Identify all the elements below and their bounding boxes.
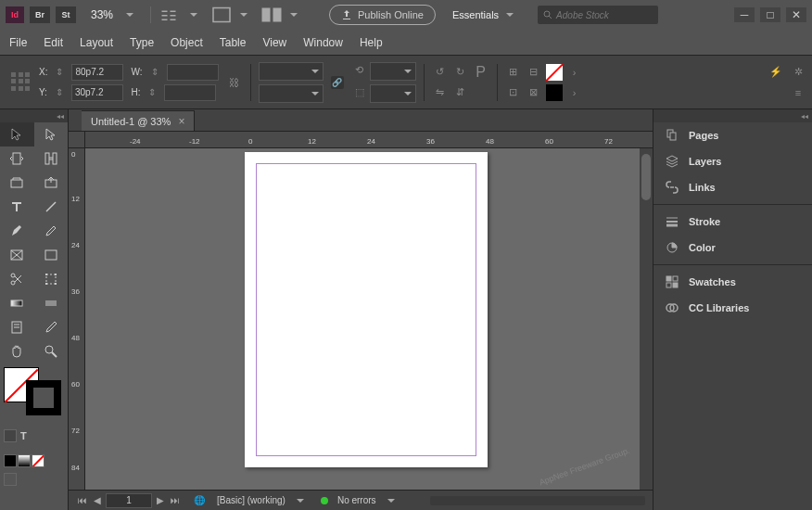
paragraph-style-status[interactable]: [Basic] (working) [217,495,285,505]
chevron-down-icon[interactable] [387,499,395,503]
toolbox-collapse[interactable]: ◂◂ [0,109,68,122]
next-page-button[interactable]: ▶ [154,494,167,507]
document-page[interactable] [245,152,488,467]
open-panel-icon[interactable]: 🌐 [191,492,208,509]
chevron-down-icon[interactable] [126,13,133,17]
scale-x-field[interactable] [259,62,324,81]
content-collector-tool[interactable] [0,171,34,195]
close-button[interactable]: ✕ [786,7,806,22]
pen-tool[interactable] [0,219,34,243]
menu-object[interactable]: Object [171,36,203,49]
rectangle-frame-tool[interactable] [0,243,34,267]
last-page-button[interactable]: ⏭ [169,494,182,507]
view-mode-normal[interactable] [4,473,17,486]
flip-h-icon[interactable]: ⇋ [432,84,449,101]
menu-table[interactable]: Table [220,36,247,49]
bridge-button[interactable]: Br [30,6,50,23]
eyedropper-tool[interactable] [34,315,69,339]
scroll-thumb[interactable] [641,154,651,200]
panel-layers[interactable]: Layers [653,148,812,174]
w-input[interactable] [167,64,219,81]
panel-cc-libraries[interactable]: CC Libraries [653,295,812,321]
stepper-icon[interactable]: ⇕ [146,64,163,81]
screen-mode-icon[interactable] [210,6,233,23]
view-options-icon[interactable] [160,6,183,23]
line-tool[interactable] [34,195,69,219]
pencil-tool[interactable] [34,219,69,243]
note-tool[interactable] [0,315,34,339]
rotate-ccw-icon[interactable]: ↺ [432,64,449,81]
panel-color[interactable]: Color [653,235,812,261]
workspace-switcher[interactable]: Essentials [452,9,499,20]
chevron-down-icon[interactable] [506,13,514,17]
ruler-origin[interactable] [69,132,85,148]
chevron-down-icon[interactable] [290,13,298,17]
chevron-down-icon[interactable] [297,499,304,503]
zoom-tool[interactable] [34,339,69,363]
close-tab-icon[interactable]: × [178,115,184,128]
panel-collapse[interactable]: ◂◂ [653,109,812,122]
vertical-scrollbar[interactable] [640,148,653,490]
rectangle-tool[interactable] [34,243,69,267]
minimize-button[interactable]: ─ [734,7,755,22]
gradient-swatch-tool[interactable] [0,291,34,315]
format-container-icon[interactable] [4,429,17,442]
menu-window[interactable]: Window [303,36,343,49]
format-text-icon[interactable]: T [20,430,27,441]
fill-swatch[interactable] [546,64,563,81]
scissors-tool[interactable] [0,267,34,291]
page-number-input[interactable] [106,493,152,508]
chevron-down-icon[interactable] [240,13,247,17]
distribute-icon[interactable]: ⊡ [505,84,522,101]
menu-help[interactable]: Help [360,36,383,49]
distribute-icon[interactable]: ⊠ [526,84,542,101]
horizontal-scrollbar[interactable] [430,496,645,505]
hand-tool[interactable] [0,339,34,363]
canvas-pasteboard[interactable]: AppNee Freeware Group. [85,148,640,490]
scale-y-field[interactable] [259,84,324,103]
panel-links[interactable]: Links [653,174,812,200]
stock-search-input[interactable]: Adobe Stock [538,6,658,24]
shear-field[interactable] [370,84,416,103]
stepper-icon[interactable]: ⇕ [51,84,68,101]
expand-icon[interactable]: › [566,64,583,81]
align-icon[interactable]: ⊞ [505,64,522,81]
constrain-icon[interactable]: ⛓ [226,74,243,91]
menu-type[interactable]: Type [130,36,154,49]
vertical-ruler[interactable]: 012243648607284 [69,148,85,490]
apply-gradient-button[interactable] [18,454,31,467]
stroke-swatch[interactable] [546,84,563,101]
direct-selection-tool[interactable] [34,122,69,147]
link-icon[interactable]: 🔗 [331,76,344,89]
stepper-icon[interactable]: ⇕ [51,64,68,81]
settings-icon[interactable]: ✲ [790,64,806,81]
expand-icon[interactable]: › [566,84,583,101]
flip-v-icon[interactable]: ⇵ [452,84,469,101]
content-placer-tool[interactable] [34,171,69,195]
apply-none-button[interactable] [32,454,44,467]
stroke-swatch-large[interactable] [26,380,61,415]
panel-swatches[interactable]: Swatches [653,269,812,295]
selection-tool[interactable] [0,122,34,147]
stepper-icon[interactable]: ⇕ [144,84,160,101]
preflight-status-text[interactable]: No errors [337,495,376,505]
document-tab[interactable]: Untitled-1 @ 33% × [82,110,195,131]
quick-apply-icon[interactable]: ⚡ [768,64,784,81]
apply-color-button[interactable] [4,454,17,467]
zoom-level[interactable]: 33% [82,8,119,21]
x-input[interactable] [71,64,123,81]
publish-online-button[interactable]: Publish Online [329,5,436,25]
h-input[interactable] [164,84,216,101]
panel-menu-icon[interactable]: ≡ [790,84,806,101]
type-tool[interactable] [0,195,34,219]
menu-edit[interactable]: Edit [44,36,63,49]
maximize-button[interactable]: □ [760,7,780,22]
align-icon[interactable]: ⊟ [526,64,542,81]
prev-page-button[interactable]: ◀ [91,494,104,507]
gap-tool[interactable] [34,147,69,171]
free-transform-tool[interactable] [34,267,69,291]
page-tool[interactable] [0,147,34,171]
rotate-field[interactable] [370,62,416,81]
menu-layout[interactable]: Layout [80,36,113,49]
reference-point-grid[interactable] [11,72,32,93]
